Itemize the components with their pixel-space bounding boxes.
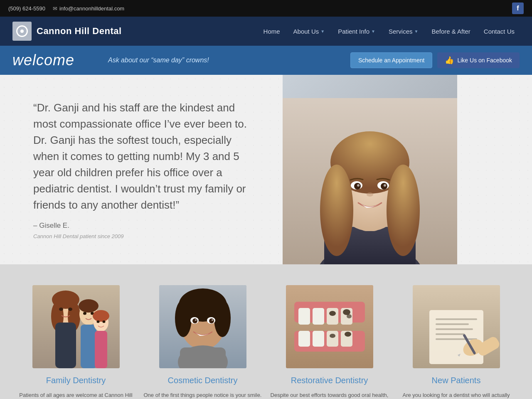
service-card-restorative: Restorative Dentistry Despite our best e…: [270, 285, 389, 399]
facebook-btn-label: Like Us on Facebook: [457, 57, 512, 64]
schedule-appointment-button[interactable]: Schedule an Appointment: [350, 52, 433, 68]
service-desc-newpatients: Are you looking for a dentist who will a…: [397, 391, 515, 399]
svg-point-37: [214, 300, 231, 337]
hero-woman-illustration: [283, 98, 457, 264]
welcome-tagline: Ask about our “same day” crowns!: [108, 57, 338, 64]
nav-item-before-after[interactable]: Before & After: [426, 25, 475, 38]
svg-point-25: [83, 312, 86, 315]
service-title-cosmetic[interactable]: Cosmetic Dentistry: [168, 376, 238, 385]
svg-rect-56: [298, 331, 310, 347]
svg-point-43: [212, 319, 213, 321]
service-desc-cosmetic: One of the first things people notice is…: [143, 391, 262, 399]
nav-item-services[interactable]: Services ▼: [384, 25, 423, 38]
service-image-newpatients: [413, 285, 500, 368]
svg-point-21: [68, 308, 72, 311]
svg-point-31: [102, 320, 105, 323]
email-link[interactable]: info@cannonhilldental.com: [53, 5, 124, 12]
chevron-down-icon: ▼: [320, 29, 325, 34]
svg-rect-63: [429, 310, 483, 364]
chevron-down-icon: ▼: [371, 29, 375, 34]
service-image-family: [32, 285, 120, 368]
svg-point-30: [96, 320, 99, 323]
top-bar: (509) 624-5590 info@cannonhilldental.com…: [0, 0, 532, 17]
svg-point-12: [357, 184, 360, 187]
svg-rect-22: [55, 323, 76, 368]
logo-icon: [12, 22, 32, 41]
svg-point-61: [345, 332, 351, 337]
facebook-like-button[interactable]: 👍 Like Us on Facebook: [437, 52, 520, 68]
svg-rect-50: [327, 308, 338, 325]
welcome-bar: welcome Ask about our “same day” crowns!…: [0, 46, 532, 75]
service-image-cosmetic: [159, 285, 246, 368]
svg-point-13: [384, 184, 386, 187]
service-card-cosmetic: Cosmetic Dentistry One of the first thin…: [143, 285, 262, 399]
hero-image: [283, 75, 457, 264]
hero-author: – Giselle E.: [33, 222, 258, 230]
service-card-family: Family Dentistry Patients of all ages ar…: [17, 285, 135, 399]
service-card-newpatients: New Patients Are you looking for a denti…: [397, 285, 515, 399]
services-section: Family Dentistry Patients of all ages ar…: [0, 264, 532, 399]
svg-rect-57: [313, 331, 324, 347]
service-image-restorative: [286, 285, 373, 368]
svg-point-20: [59, 308, 63, 311]
logo-text: Cannon Hill Dental: [37, 26, 122, 37]
hero-content: “Dr. Ganji and his staff are the kindest…: [0, 75, 283, 264]
service-title-newpatients[interactable]: New Patients: [432, 376, 481, 385]
svg-rect-49: [313, 308, 324, 325]
hero-section: “Dr. Ganji and his staff are the kindest…: [0, 75, 532, 264]
chevron-down-icon: ▼: [414, 29, 419, 34]
svg-point-42: [195, 319, 197, 321]
main-nav: Home About Us ▼ Patient Info ▼ Services …: [259, 25, 520, 38]
nav-item-home[interactable]: Home: [259, 25, 285, 38]
welcome-heading: welcome: [12, 52, 96, 69]
svg-rect-32: [95, 331, 107, 368]
logo[interactable]: Cannon Hill Dental: [12, 22, 122, 41]
service-desc-restorative: Despite our best efforts towards good or…: [271, 391, 389, 399]
header: Cannon Hill Dental Home About Us ▼ Patie…: [0, 17, 532, 46]
hero-caption: Cannon Hill Dental patient since 2009: [33, 233, 258, 239]
svg-rect-45: [180, 347, 226, 368]
svg-rect-64: [436, 318, 477, 320]
svg-rect-48: [298, 308, 310, 325]
service-title-restorative[interactable]: Restorative Dentistry: [291, 376, 368, 385]
phone-number[interactable]: (509) 624-5590: [8, 5, 45, 12]
svg-point-36: [175, 300, 192, 337]
svg-point-14: [367, 192, 373, 197]
svg-point-54: [347, 314, 352, 318]
svg-point-53: [343, 309, 350, 315]
welcome-actions: Schedule an Appointment 👍 Like Us on Fac…: [350, 52, 520, 68]
svg-point-52: [329, 311, 336, 316]
svg-rect-58: [327, 331, 338, 347]
svg-rect-65: [436, 323, 469, 325]
thumbs-up-icon: 👍: [445, 56, 454, 65]
svg-point-60: [330, 334, 335, 338]
svg-rect-27: [81, 325, 96, 368]
nav-item-contact[interactable]: Contact Us: [479, 25, 520, 38]
svg-rect-68: [436, 338, 477, 340]
hero-quote: “Dr. Ganji and his staff are the kindest…: [33, 100, 258, 213]
nav-item-patient[interactable]: Patient Info ▼: [333, 25, 380, 38]
svg-point-7: [387, 165, 420, 256]
svg-point-40: [192, 318, 197, 323]
svg-point-24: [79, 299, 99, 313]
service-desc-family: Patients of all ages are welcome at Cann…: [17, 391, 135, 399]
facebook-icon-top[interactable]: f: [512, 2, 524, 14]
svg-rect-66: [436, 328, 473, 330]
svg-point-6: [320, 165, 353, 256]
nav-item-about[interactable]: About Us ▼: [288, 25, 330, 38]
service-title-family[interactable]: Family Dentistry: [46, 376, 106, 385]
svg-point-29: [93, 310, 109, 322]
svg-rect-46: [286, 285, 373, 368]
svg-rect-67: [436, 333, 465, 335]
svg-point-41: [209, 318, 214, 323]
